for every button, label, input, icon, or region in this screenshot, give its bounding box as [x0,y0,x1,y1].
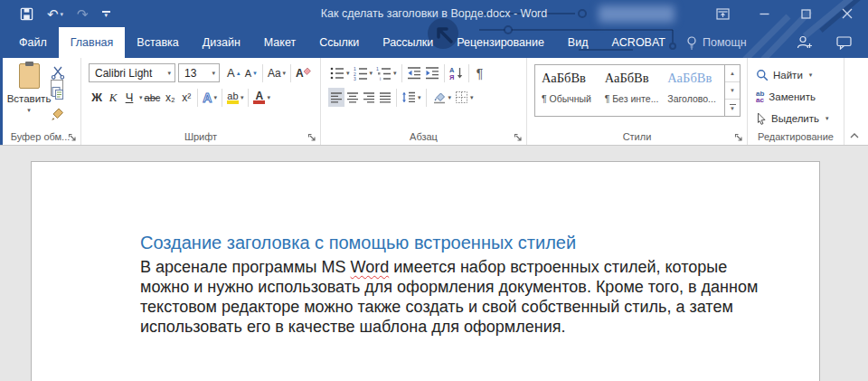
highlight-icon: ab [227,91,239,104]
format-painter-button[interactable] [51,107,65,121]
show-hide-marks-button[interactable]: ¶ [472,63,488,82]
tell-me-box[interactable]: Помощн [677,27,756,58]
replace-button[interactable]: ab ac Заменить [756,86,844,108]
ribbon-display-options-button[interactable] [702,0,743,27]
font-color-icon: А [253,91,265,104]
styles-dialog-launcher[interactable] [734,133,743,142]
undo-button[interactable]: ↶ ▾ [47,7,63,21]
underline-button[interactable]: Ч [121,88,137,107]
collapse-ribbon-button[interactable] [849,131,860,139]
tab-references[interactable]: Ссылки [307,27,371,58]
tab-mailings[interactable]: Рассылки [371,27,445,58]
undo-icon: ↶ [47,7,59,21]
style-item-heading1[interactable]: АаБбВв Заголово... [661,65,724,116]
styles-scroll-up-button[interactable]: ▲ [725,65,740,82]
document-heading[interactable]: Создание заголовка с помощью встроенных … [140,233,576,253]
save-icon [20,7,33,21]
shrink-font-button[interactable]: А▼ [243,63,259,82]
tab-layout[interactable]: Макет [252,27,307,58]
paragraph-group-label: Абзац [321,129,526,143]
replace-icon: ab ac [756,90,764,103]
scissors-icon [51,65,65,80]
tab-file[interactable]: Файл [7,27,59,58]
borders-button[interactable]: ▾ [453,88,476,107]
select-arrow-icon [756,112,767,125]
tab-review[interactable]: Рецензирование [445,27,556,58]
replace-label: Заменить [769,91,816,102]
superscript-button[interactable]: x² [178,88,194,107]
style-item-no-spacing[interactable]: АаБбВв ¶ Без инте... [599,65,662,116]
sort-button[interactable]: А Я [448,63,466,82]
tab-insert[interactable]: Вставка [125,27,190,58]
multilevel-list-button[interactable]: 1 i ▾ [374,63,399,82]
align-right-button[interactable] [361,88,377,107]
styles-scroll-down-button[interactable]: ▼ [725,82,740,100]
decrease-indent-icon [407,66,421,81]
highlight-button[interactable]: ab ▾ [225,88,246,107]
text-effects-button[interactable]: А ▾ [201,88,219,107]
close-button[interactable] [826,0,868,27]
copy-button[interactable] [51,86,65,100]
paste-button[interactable]: Вставить ▾ [7,63,51,129]
tab-design[interactable]: Дизайн [191,27,252,58]
maximize-icon [801,9,811,19]
grow-font-button[interactable]: А▲ [225,63,243,82]
styles-group: АаБбВв ¶ Обычный АаБбВв ¶ Без инте... Аа… [527,58,748,145]
cut-button[interactable] [51,65,65,80]
style-name: ¶ Обычный [542,93,599,104]
redo-button[interactable]: ↷ [77,7,89,21]
font-dialog-launcher[interactable] [307,133,316,142]
comments-icon[interactable] [836,36,852,50]
tab-view[interactable]: Вид [556,27,600,58]
clipboard-group: Вставить ▾ [0,58,81,145]
paragraph-dialog-launcher[interactable] [514,133,523,142]
change-case-button[interactable]: Aa▾ [266,63,288,82]
document-page[interactable]: Создание заголовка с помощью встроенных … [31,161,820,381]
tab-home[interactable]: Главная [59,27,126,58]
body-line-2: можно и нужно использовать для оформлени… [140,278,758,298]
align-left-button[interactable] [328,88,344,107]
shading-button[interactable]: ▾ [429,88,454,107]
clipboard-dialog-launcher[interactable] [68,133,77,142]
select-button[interactable]: Выделить ▾ [756,108,844,129]
subscript-button[interactable]: x₂ [162,88,178,107]
clear-formatting-button[interactable]: А [294,63,313,82]
numbering-button[interactable]: 123 ▾ [352,63,375,82]
bold-button[interactable]: Ж [89,88,105,107]
select-label: Выделить [771,113,819,124]
svg-text:1: 1 [376,66,379,71]
misspelled-word: Word [351,258,390,276]
styles-gallery: АаБбВв ¶ Обычный АаБбВв ¶ Без инте... Аа… [534,64,741,117]
line-spacing-button[interactable]: ▾ [400,88,423,107]
font-size-combo[interactable]: 13 ▾ [178,63,220,82]
save-button[interactable] [20,7,33,21]
undo-dropdown-arrow[interactable]: ▾ [61,11,64,17]
maximize-button[interactable] [785,0,826,27]
font-group-label: Шрифт [81,129,320,143]
styles-more-button[interactable]: ▼ [725,100,740,116]
dialog-launcher-icon [68,133,77,142]
strikethrough-button[interactable]: abc [143,88,163,107]
align-center-icon [346,91,359,104]
find-button[interactable]: Найти ▾ [756,64,844,86]
font-name-combo[interactable]: Calibri Light ▾ [89,63,175,82]
window-chrome: ↶ ▾ ↷ ▾ Как сделать заголовки в Ворде.do… [0,0,868,58]
tab-acrobat[interactable]: ACROBAT [599,27,677,58]
increase-indent-button[interactable] [423,63,441,82]
justify-button[interactable] [377,88,393,107]
document-body[interactable]: В арсенале программы MS Word имеется наб… [140,258,758,338]
bullets-button[interactable]: ▾ [328,63,352,82]
customize-qat-button[interactable]: ▾ [102,11,110,17]
font-color-button[interactable]: А ▾ [251,88,272,107]
svg-text:i: i [380,76,381,81]
text-effects-icon: А [203,90,212,105]
decrease-indent-button[interactable] [405,63,423,82]
share-person-icon[interactable] [796,35,813,50]
minimize-button[interactable] [743,0,785,27]
style-preview: АаБбВв [542,71,599,86]
style-item-normal[interactable]: АаБбВв ¶ Обычный [535,65,599,116]
align-center-button[interactable] [344,88,361,107]
dialog-launcher-icon [307,133,316,142]
italic-button[interactable]: К [105,88,121,107]
body-line-4: использовать его в качестве шаблона для … [140,318,758,338]
